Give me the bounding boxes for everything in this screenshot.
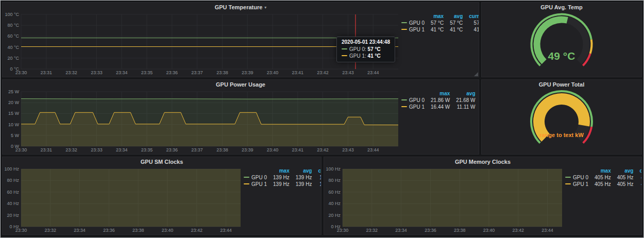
svg-text:23:40: 23:40 xyxy=(483,228,495,233)
panel-gpu-temperature: GPU Temperature ▾ 0 °C20 °C40 °C60 °C80 … xyxy=(2,2,479,77)
legend-row: GPU 1139 Hz139 Hz139 Hz xyxy=(244,181,321,188)
svg-text:23:30: 23:30 xyxy=(15,70,27,75)
legend-header-current[interactable]: current xyxy=(476,91,479,97)
svg-text:23:31: 23:31 xyxy=(41,147,53,152)
legend-series-toggle[interactable]: GPU 0 xyxy=(565,175,588,181)
legend-value: 405 Hz xyxy=(611,181,634,188)
gpu-power-total-gauge: range to text kW xyxy=(523,89,600,154)
legend-value: 21.68 W xyxy=(450,97,475,104)
panel-header-gpu-power-usage[interactable]: GPU Power Usage xyxy=(3,80,479,89)
gpu-sm-clocks-legend: maxavgcurrentGPU 0139 Hz139 Hz139 HzGPU … xyxy=(244,166,321,188)
panel-title-gpu-power-total: GPU Power Total xyxy=(539,81,584,88)
svg-text:23:32: 23:32 xyxy=(65,147,77,152)
chart-tooltip-rows: GPU 0: 57 °CGPU 1: 41 °C xyxy=(342,46,390,59)
series-color-dash xyxy=(342,55,347,56)
panel-header-gpu-memory-clocks[interactable]: GPU Memory Clocks xyxy=(324,157,641,166)
legend-series-toggle[interactable]: GPU 0 xyxy=(401,97,425,104)
legend-header-current[interactable]: current xyxy=(633,168,642,175)
svg-text:23:39: 23:39 xyxy=(242,147,253,152)
gpu-temperature-legend: maxavgcurrentGPU 057 °C57 °C57 °CGPU 141… xyxy=(401,12,479,33)
svg-text:23:30: 23:30 xyxy=(337,228,349,233)
series-color-dash xyxy=(401,29,407,30)
legend-series-toggle[interactable]: GPU 1 xyxy=(565,181,588,188)
svg-text:100 Hz: 100 Hz xyxy=(4,166,19,172)
panel-header-gpu-power-total[interactable]: GPU Power Total xyxy=(482,80,641,89)
legend-value: 139 Hz xyxy=(290,175,312,181)
series-color-dash xyxy=(244,183,249,184)
legend-header-avg[interactable]: avg xyxy=(290,168,312,175)
legend-series-toggle[interactable]: GPU 1 xyxy=(401,27,425,33)
legend-value: 139 Hz xyxy=(312,181,321,188)
panel-body-gpu-power-usage: 0 W5 W10 W15 W20 W25 W23:3023:3123:3223:… xyxy=(3,89,479,154)
legend-value: 405 Hz xyxy=(588,175,611,181)
legend-row: GPU 116.44 W11.11 W9.76 W xyxy=(401,104,479,111)
svg-text:23:33: 23:33 xyxy=(91,147,103,152)
legend-header-current[interactable]: current xyxy=(312,168,321,175)
series-color-dash xyxy=(565,177,571,178)
legend-header-max[interactable]: max xyxy=(588,168,611,175)
legend-row: GPU 057 °C57 °C57 °C xyxy=(401,20,479,27)
legend-value: 16.44 W xyxy=(425,104,450,111)
legend-series-toggle[interactable]: GPU 0 xyxy=(244,175,267,181)
legend-series-toggle[interactable]: GPU 0 xyxy=(401,20,425,27)
gpu-power-usage-legend: maxavgcurrentGPU 021.86 W21.68 W21.77 WG… xyxy=(401,89,479,111)
legend-header-max[interactable]: max xyxy=(425,13,444,20)
legend-header-avg[interactable]: avg xyxy=(450,91,475,97)
legend-row: GPU 0139 Hz139 Hz139 Hz xyxy=(244,175,321,181)
svg-text:20 Hz: 20 Hz xyxy=(7,213,19,218)
gpu-memory-clocks-chart[interactable]: 0 Hz20 Hz40 Hz60 Hz80 Hz100 Hz23:3023:32… xyxy=(324,166,565,233)
legend-value: 57 °C xyxy=(463,20,479,27)
legend-series-toggle[interactable]: GPU 1 xyxy=(401,104,425,111)
legend-value: 139 Hz xyxy=(267,181,290,188)
svg-text:23:44: 23:44 xyxy=(541,228,553,233)
svg-text:23:36: 23:36 xyxy=(166,147,178,152)
panel-resize-handle[interactable] xyxy=(474,72,478,76)
legend-series-toggle[interactable]: GPU 1 xyxy=(244,181,267,188)
legend-value: 57 °C xyxy=(444,20,463,27)
svg-text:23:33: 23:33 xyxy=(91,70,103,75)
svg-text:20 W: 20 W xyxy=(8,100,20,105)
svg-text:40 Hz: 40 Hz xyxy=(328,201,341,206)
svg-text:23:32: 23:32 xyxy=(45,228,57,233)
legend-value: 21.86 W xyxy=(425,97,450,104)
svg-text:100 Hz: 100 Hz xyxy=(326,166,341,172)
svg-text:25 W: 25 W xyxy=(8,89,20,94)
panel-header-gpu-sm-clocks[interactable]: GPU SM Clocks xyxy=(3,157,321,166)
svg-text:23:32: 23:32 xyxy=(366,228,378,233)
svg-text:80 °C: 80 °C xyxy=(7,23,19,28)
legend-header-max[interactable]: max xyxy=(425,91,450,97)
legend-value: 405 Hz xyxy=(633,175,642,181)
svg-text:23:32: 23:32 xyxy=(65,70,77,75)
panel-header-gpu-temperature[interactable]: GPU Temperature ▾ xyxy=(3,3,479,12)
svg-text:80 Hz: 80 Hz xyxy=(328,178,341,183)
svg-text:23:38: 23:38 xyxy=(216,70,228,75)
legend-header-avg[interactable]: avg xyxy=(611,168,634,175)
series-color-dash xyxy=(401,99,407,100)
svg-text:23:38: 23:38 xyxy=(216,147,228,152)
svg-text:60 °C: 60 °C xyxy=(7,33,19,39)
panel-header-gpu-avg-temp[interactable]: GPU Avg. Temp xyxy=(482,3,641,12)
legend-value: 405 Hz xyxy=(633,181,642,188)
svg-text:10 W: 10 W xyxy=(8,122,20,127)
svg-text:23:44: 23:44 xyxy=(367,147,379,152)
svg-text:40 °C: 40 °C xyxy=(7,45,19,50)
svg-text:23:36: 23:36 xyxy=(103,228,115,233)
series-color-dash xyxy=(244,177,249,178)
svg-text:23:31: 23:31 xyxy=(41,70,53,75)
svg-text:49 °C: 49 °C xyxy=(548,50,575,62)
svg-text:60 Hz: 60 Hz xyxy=(328,190,341,195)
svg-text:23:40: 23:40 xyxy=(162,228,174,233)
gpu-sm-clocks-chart[interactable]: 0 Hz20 Hz40 Hz60 Hz80 Hz100 Hz23:3023:32… xyxy=(3,166,244,233)
series-color-dash xyxy=(342,48,347,49)
svg-text:23:43: 23:43 xyxy=(342,70,354,75)
legend-value: 57 °C xyxy=(425,20,444,27)
legend-value: 41 °C xyxy=(463,27,479,33)
gpu-power-usage-chart[interactable]: 0 W5 W10 W15 W20 W25 W23:3023:3123:3223:… xyxy=(3,89,401,153)
legend-row: GPU 021.86 W21.68 W21.77 W xyxy=(401,97,479,104)
legend-header-current[interactable]: current xyxy=(463,13,479,20)
legend-header-avg[interactable]: avg xyxy=(444,13,463,20)
chart-tooltip: 2020-05-01 23:44:48 GPU 0: 57 °CGPU 1: 4… xyxy=(336,37,395,62)
dashboard-row-1: GPU Temperature ▾ 0 °C20 °C40 °C60 °C80 … xyxy=(2,2,642,77)
svg-text:23:36: 23:36 xyxy=(166,70,178,75)
legend-header-max[interactable]: max xyxy=(267,168,290,175)
